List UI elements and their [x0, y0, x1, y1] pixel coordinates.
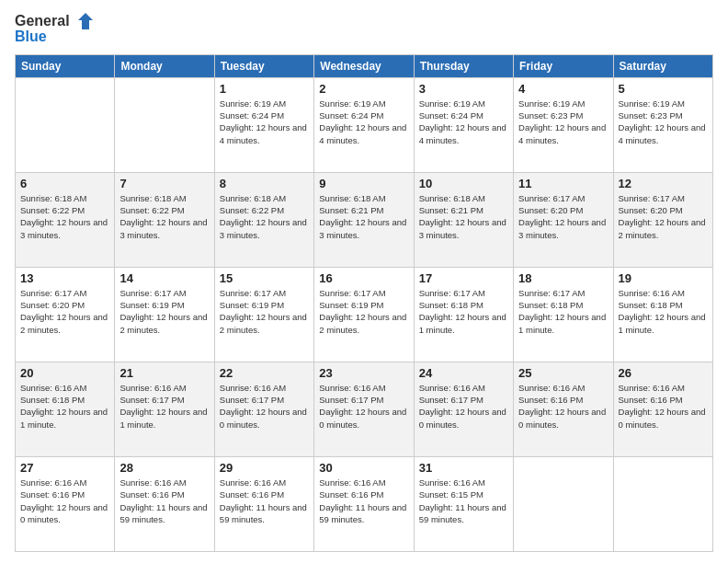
day-number: 19: [619, 271, 708, 285]
page: General Blue SundayMondayTuesdayWednesda…: [0, 0, 728, 563]
day-number: 7: [119, 177, 209, 190]
day-cell: 30Sunrise: 6:16 AM Sunset: 6:16 PM Dayli…: [314, 456, 414, 551]
day-number: 30: [319, 461, 408, 475]
weekday-header-friday: Friday: [514, 54, 613, 77]
day-info: Sunrise: 6:16 AM Sunset: 6:16 PM Dayligh…: [220, 477, 309, 525]
week-row-4: 20Sunrise: 6:16 AM Sunset: 6:18 PM Dayli…: [16, 362, 713, 456]
day-number: 24: [419, 366, 508, 380]
day-number: 10: [419, 177, 508, 190]
day-cell: [514, 456, 613, 551]
day-number: 20: [20, 366, 109, 380]
day-number: 16: [319, 271, 408, 285]
day-info: Sunrise: 6:16 AM Sunset: 6:16 PM Dayligh…: [20, 477, 109, 525]
weekday-header-saturday: Saturday: [613, 54, 712, 77]
day-number: 9: [319, 177, 408, 190]
svg-marker-0: [78, 13, 93, 29]
day-cell: [16, 77, 115, 172]
day-info: Sunrise: 6:17 AM Sunset: 6:18 PM Dayligh…: [419, 287, 508, 336]
header: General Blue: [15, 11, 713, 45]
day-cell: 31Sunrise: 6:16 AM Sunset: 6:15 PM Dayli…: [414, 456, 513, 551]
logo-arrow-icon: [73, 11, 93, 31]
day-cell: 7Sunrise: 6:18 AM Sunset: 6:22 PM Daylig…: [115, 172, 214, 267]
day-info: Sunrise: 6:18 AM Sunset: 6:21 PM Dayligh…: [419, 192, 508, 241]
day-cell: [613, 456, 712, 551]
day-number: 6: [20, 177, 109, 190]
day-info: Sunrise: 6:16 AM Sunset: 6:15 PM Dayligh…: [419, 477, 508, 525]
day-number: 29: [220, 461, 309, 475]
day-info: Sunrise: 6:16 AM Sunset: 6:17 PM Dayligh…: [119, 382, 209, 431]
weekday-header-wednesday: Wednesday: [314, 54, 414, 77]
day-cell: 15Sunrise: 6:17 AM Sunset: 6:19 PM Dayli…: [214, 267, 313, 362]
day-number: 25: [518, 366, 608, 380]
day-info: Sunrise: 6:16 AM Sunset: 6:16 PM Dayligh…: [319, 477, 408, 525]
day-number: 4: [518, 82, 608, 96]
day-info: Sunrise: 6:19 AM Sunset: 6:23 PM Dayligh…: [518, 98, 608, 146]
day-number: 2: [319, 82, 408, 96]
day-number: 26: [619, 366, 708, 380]
day-info: Sunrise: 6:16 AM Sunset: 6:16 PM Dayligh…: [619, 382, 708, 431]
day-info: Sunrise: 6:18 AM Sunset: 6:22 PM Dayligh…: [220, 192, 309, 241]
day-number: 14: [119, 271, 209, 285]
day-number: 28: [119, 461, 209, 475]
day-cell: 8Sunrise: 6:18 AM Sunset: 6:22 PM Daylig…: [214, 172, 313, 267]
day-number: 11: [518, 177, 608, 190]
day-cell: 20Sunrise: 6:16 AM Sunset: 6:18 PM Dayli…: [16, 362, 115, 456]
day-info: Sunrise: 6:17 AM Sunset: 6:19 PM Dayligh…: [319, 287, 408, 336]
weekday-header-thursday: Thursday: [414, 54, 513, 77]
day-cell: 23Sunrise: 6:16 AM Sunset: 6:17 PM Dayli…: [314, 362, 414, 456]
week-row-5: 27Sunrise: 6:16 AM Sunset: 6:16 PM Dayli…: [16, 456, 713, 551]
day-info: Sunrise: 6:17 AM Sunset: 6:20 PM Dayligh…: [518, 192, 608, 241]
day-cell: 13Sunrise: 6:17 AM Sunset: 6:20 PM Dayli…: [16, 267, 115, 362]
day-cell: 10Sunrise: 6:18 AM Sunset: 6:21 PM Dayli…: [414, 172, 513, 267]
day-number: 5: [619, 82, 708, 96]
day-number: 22: [220, 366, 309, 380]
day-cell: [115, 77, 214, 172]
day-info: Sunrise: 6:16 AM Sunset: 6:17 PM Dayligh…: [220, 382, 309, 431]
weekday-header-tuesday: Tuesday: [214, 54, 313, 77]
day-cell: 24Sunrise: 6:16 AM Sunset: 6:17 PM Dayli…: [414, 362, 513, 456]
day-info: Sunrise: 6:18 AM Sunset: 6:21 PM Dayligh…: [319, 192, 408, 241]
week-row-3: 13Sunrise: 6:17 AM Sunset: 6:20 PM Dayli…: [16, 267, 713, 362]
day-info: Sunrise: 6:16 AM Sunset: 6:18 PM Dayligh…: [20, 382, 109, 431]
week-row-2: 6Sunrise: 6:18 AM Sunset: 6:22 PM Daylig…: [16, 172, 713, 267]
day-info: Sunrise: 6:17 AM Sunset: 6:20 PM Dayligh…: [619, 192, 708, 241]
day-info: Sunrise: 6:18 AM Sunset: 6:22 PM Dayligh…: [119, 192, 209, 241]
day-info: Sunrise: 6:16 AM Sunset: 6:16 PM Dayligh…: [119, 477, 209, 525]
day-cell: 1Sunrise: 6:19 AM Sunset: 6:24 PM Daylig…: [214, 77, 313, 172]
day-cell: 3Sunrise: 6:19 AM Sunset: 6:24 PM Daylig…: [414, 77, 513, 172]
day-cell: 27Sunrise: 6:16 AM Sunset: 6:16 PM Dayli…: [16, 456, 115, 551]
day-cell: 22Sunrise: 6:16 AM Sunset: 6:17 PM Dayli…: [214, 362, 313, 456]
day-info: Sunrise: 6:19 AM Sunset: 6:24 PM Dayligh…: [319, 98, 408, 146]
day-info: Sunrise: 6:17 AM Sunset: 6:19 PM Dayligh…: [220, 287, 309, 336]
day-cell: 25Sunrise: 6:16 AM Sunset: 6:16 PM Dayli…: [514, 362, 613, 456]
day-cell: 26Sunrise: 6:16 AM Sunset: 6:16 PM Dayli…: [613, 362, 712, 456]
day-cell: 19Sunrise: 6:16 AM Sunset: 6:18 PM Dayli…: [613, 267, 712, 362]
day-number: 12: [619, 177, 708, 190]
day-info: Sunrise: 6:17 AM Sunset: 6:18 PM Dayligh…: [518, 287, 608, 336]
day-number: 1: [220, 82, 309, 96]
day-info: Sunrise: 6:16 AM Sunset: 6:16 PM Dayligh…: [518, 382, 608, 431]
logo-blue: Blue: [15, 29, 93, 45]
calendar: SundayMondayTuesdayWednesdayThursdayFrid…: [15, 54, 713, 552]
day-cell: 16Sunrise: 6:17 AM Sunset: 6:19 PM Dayli…: [314, 267, 414, 362]
day-number: 27: [20, 461, 109, 475]
day-cell: 14Sunrise: 6:17 AM Sunset: 6:19 PM Dayli…: [115, 267, 214, 362]
day-cell: 2Sunrise: 6:19 AM Sunset: 6:24 PM Daylig…: [314, 77, 414, 172]
day-number: 13: [20, 271, 109, 285]
day-number: 15: [220, 271, 309, 285]
day-number: 8: [220, 177, 309, 190]
day-cell: 18Sunrise: 6:17 AM Sunset: 6:18 PM Dayli…: [514, 267, 613, 362]
logo-general: General: [15, 14, 70, 29]
day-cell: 12Sunrise: 6:17 AM Sunset: 6:20 PM Dayli…: [613, 172, 712, 267]
day-info: Sunrise: 6:17 AM Sunset: 6:19 PM Dayligh…: [119, 287, 209, 336]
day-cell: 11Sunrise: 6:17 AM Sunset: 6:20 PM Dayli…: [514, 172, 613, 267]
day-cell: 5Sunrise: 6:19 AM Sunset: 6:23 PM Daylig…: [613, 77, 712, 172]
day-info: Sunrise: 6:16 AM Sunset: 6:17 PM Dayligh…: [319, 382, 408, 431]
day-cell: 9Sunrise: 6:18 AM Sunset: 6:21 PM Daylig…: [314, 172, 414, 267]
day-cell: 29Sunrise: 6:16 AM Sunset: 6:16 PM Dayli…: [214, 456, 313, 551]
day-cell: 4Sunrise: 6:19 AM Sunset: 6:23 PM Daylig…: [514, 77, 613, 172]
weekday-header-row: SundayMondayTuesdayWednesdayThursdayFrid…: [16, 54, 713, 77]
weekday-header-monday: Monday: [115, 54, 214, 77]
day-cell: 6Sunrise: 6:18 AM Sunset: 6:22 PM Daylig…: [16, 172, 115, 267]
day-number: 3: [419, 82, 508, 96]
